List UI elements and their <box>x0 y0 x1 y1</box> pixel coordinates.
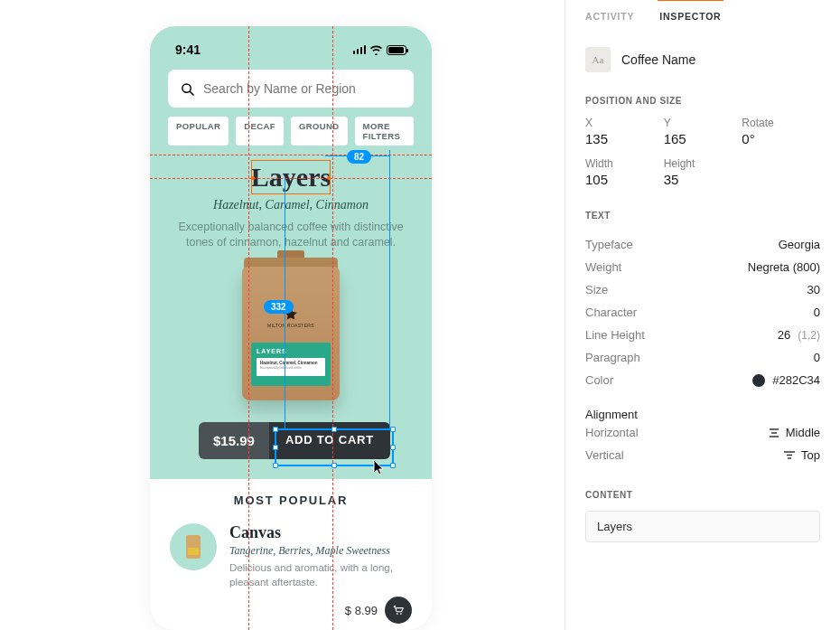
section-position: POSITION AND SIZE <box>585 96 820 106</box>
align-top-icon <box>783 450 796 461</box>
cellular-icon <box>353 45 367 54</box>
bag-label-line1: Hazelnut, Caramel, Cinnamon <box>260 361 322 365</box>
selection-handle[interactable] <box>327 176 331 180</box>
text-character[interactable]: Character0 <box>585 301 820 324</box>
cart-icon <box>392 604 405 616</box>
section-content: CONTENT <box>585 490 820 500</box>
cursor-icon <box>373 459 386 475</box>
pos-height[interactable]: Height35 <box>664 157 742 187</box>
buy-row: $15.99 ADD TO CART <box>199 422 390 459</box>
most-popular-section: MOST POPULAR Canvas Tangerine, Berries, … <box>150 479 432 624</box>
status-icons <box>353 45 407 55</box>
status-bar: 9:41 <box>150 26 432 57</box>
mini-bag-icon <box>186 535 201 559</box>
filter-more[interactable]: MORE FILTERS <box>355 117 414 146</box>
product-title-text: Layers <box>251 162 331 192</box>
selected-layer-row[interactable]: Aa Coffee Name <box>585 47 820 72</box>
popular-item[interactable]: Canvas Tangerine, Berries, Maple Sweetne… <box>170 523 412 624</box>
alignment-head: Alignment <box>585 408 820 421</box>
pos-width[interactable]: Width105 <box>585 157 664 187</box>
content-input[interactable] <box>585 511 820 542</box>
search-input[interactable] <box>203 81 401 96</box>
bag-body: MILTON ROASTERS LAYERS Hazelnut, Caramel… <box>242 267 340 400</box>
popular-title: Canvas <box>229 523 412 542</box>
text-layer-icon: Aa <box>585 47 611 72</box>
filter-row: POPULAR DECAF GROUND MORE FILTERS <box>168 117 414 146</box>
battery-icon <box>387 45 406 55</box>
popular-thumb <box>170 523 217 570</box>
position-grid: X135 Y165 Rotate0° Width105 Height35 <box>585 117 820 187</box>
popular-subtitle: Tangerine, Berries, Maple Sweetness <box>229 544 412 558</box>
text-size[interactable]: Size30 <box>585 278 820 301</box>
svg-point-3 <box>400 613 402 615</box>
align-horizontal[interactable]: Horizontal Middle <box>585 421 820 444</box>
bag-label: LAYERS Hazelnut, Caramel, Cinnamon Excep… <box>251 343 331 386</box>
brand-name: MILTON ROASTERS <box>242 323 340 328</box>
popular-description: Delicious and aromatic, with a long, ple… <box>229 561 412 589</box>
align-middle-icon <box>768 428 780 438</box>
filter-ground[interactable]: GROUND <box>291 117 348 146</box>
inspector-tabs: ACTIVITY INSPECTOR <box>585 11 820 27</box>
text-lineheight[interactable]: Line Height26(1,2) <box>585 324 820 346</box>
tab-activity[interactable]: ACTIVITY <box>585 11 634 27</box>
measure-badge-332: 332 <box>264 300 294 314</box>
search-icon <box>181 82 194 96</box>
product-image[interactable]: MILTON ROASTERS LAYERS Hazelnut, Caramel… <box>242 247 340 400</box>
text-paragraph[interactable]: Paragraph0 <box>585 346 820 369</box>
text-weight[interactable]: WeightNegreta (800) <box>585 256 820 278</box>
measure-badge-82: 82 <box>347 150 371 164</box>
most-popular-heading: MOST POPULAR <box>170 494 412 507</box>
section-text: TEXT <box>585 211 820 221</box>
svg-line-1 <box>190 91 193 95</box>
price-button[interactable]: $15.99 <box>199 422 269 459</box>
bag-label-name: LAYERS <box>257 348 325 354</box>
design-canvas[interactable]: 9:41 POPULAR DECAF GROUND MORE FILTERS L… <box>0 0 565 630</box>
inspector-panel: ACTIVITY INSPECTOR Aa Coffee Name POSITI… <box>565 0 840 630</box>
popular-add-button[interactable] <box>385 597 412 624</box>
text-color[interactable]: Color#282C34 <box>585 369 820 391</box>
text-typeface[interactable]: TypefaceGeorgia <box>585 233 820 256</box>
popular-price: $ 8.99 <box>345 604 378 617</box>
pos-y[interactable]: Y165 <box>664 117 742 146</box>
filter-decaf[interactable]: DECAF <box>236 117 284 146</box>
wifi-icon <box>369 45 383 55</box>
tab-inspector[interactable]: INSPECTOR <box>659 11 721 27</box>
pos-x[interactable]: X135 <box>585 117 664 146</box>
status-time: 9:41 <box>175 42 201 57</box>
measure-line-vertical <box>389 150 390 430</box>
product-description: Exceptionally balanced coffee with disti… <box>173 220 408 250</box>
color-swatch[interactable] <box>752 374 765 387</box>
pos-rotate[interactable]: Rotate0° <box>742 117 820 146</box>
selected-layer-name: Coffee Name <box>621 52 695 67</box>
align-vertical[interactable]: Vertical Top <box>585 444 820 466</box>
svg-point-2 <box>397 613 398 615</box>
add-to-cart-button[interactable]: ADD TO CART <box>269 422 390 459</box>
filter-popular[interactable]: POPULAR <box>168 117 229 146</box>
search-bar[interactable] <box>168 70 414 108</box>
bag-label-line2: Exceptionally balanced coffee <box>260 366 322 370</box>
